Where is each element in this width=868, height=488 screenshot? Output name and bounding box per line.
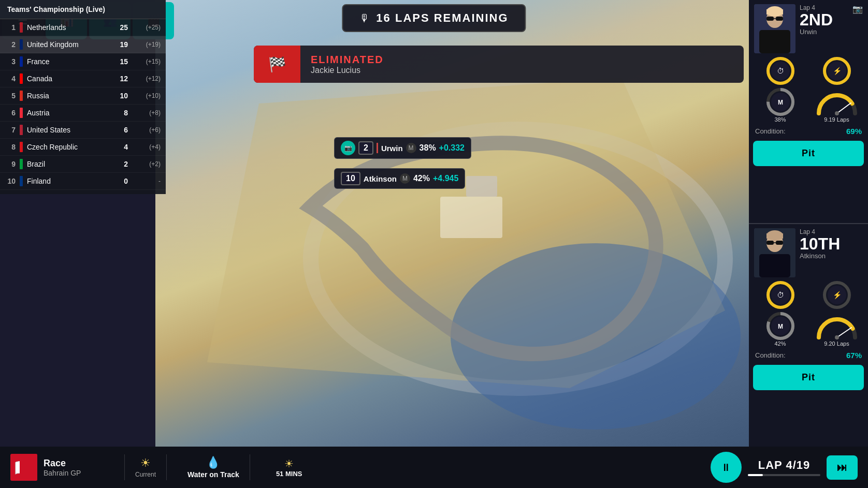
country-name: Netherlands xyxy=(27,23,108,32)
driver2-gauge3-label: 42% xyxy=(774,341,786,347)
country-name: Finland xyxy=(27,177,108,185)
svg-rect-8 xyxy=(759,30,790,53)
championship-row: 2 United Kingdom 19 (+19) xyxy=(0,36,166,53)
country-flag xyxy=(20,142,23,152)
driver1-avatar xyxy=(754,4,795,53)
driver1-name: Urwin xyxy=(381,144,403,153)
championship-row: 3 France 15 (+15) xyxy=(0,53,166,70)
laps-text: 16 LAPS REMAINING xyxy=(376,11,508,25)
country-flag xyxy=(20,73,23,84)
driver2-track-overlay: 10 Atkinson M 42% +4.945 xyxy=(334,168,465,189)
championship-panel: Teams' Championship (Live) 1 Netherlands… xyxy=(0,0,166,194)
driver2-percent: 42% xyxy=(413,174,430,183)
row-position: 5 xyxy=(5,92,16,100)
championship-points: 12 xyxy=(112,75,128,83)
championship-points: 4 xyxy=(112,143,128,151)
svg-point-27 xyxy=(835,111,839,115)
country-name: Brazil xyxy=(27,160,108,168)
championship-row: 1 Netherlands 25 (+25) xyxy=(0,19,166,36)
championship-row: 5 Russia 10 (+10) xyxy=(0,87,166,105)
laps-banner: 🎙 16 LAPS REMAINING xyxy=(342,4,526,32)
water-icon: 💧 xyxy=(206,456,220,469)
championship-row: 7 United States 6 (+6) xyxy=(0,122,166,139)
sun-icon: ☀ xyxy=(140,456,151,470)
driver1-pit-button[interactable]: Pit xyxy=(753,141,864,166)
country-flag xyxy=(20,91,23,101)
svg-rect-10 xyxy=(776,17,783,21)
microphone-icon: 🎙 xyxy=(359,12,370,24)
driver1-speed-label: 9.19 Laps xyxy=(824,116,849,123)
svg-rect-30 xyxy=(759,254,790,277)
driver2-gauge3: M 42% xyxy=(753,312,807,347)
country-flag xyxy=(20,56,23,67)
country-flag xyxy=(20,108,23,118)
driver2-condition-value: 67% xyxy=(846,351,862,360)
svg-text:⚡: ⚡ xyxy=(832,291,842,300)
bahrain-flag xyxy=(10,454,37,481)
driver2-pit-button[interactable]: Pit xyxy=(753,365,864,390)
pause-button[interactable]: ⏸ xyxy=(711,452,742,483)
water-section: 💧 Water on Track xyxy=(187,456,239,479)
driver1-camera-dot: 📷 xyxy=(341,141,355,155)
row-position: 4 xyxy=(5,75,16,83)
driver1-color-bar xyxy=(377,143,378,153)
svg-text:M: M xyxy=(778,99,783,106)
points-change: (+10) xyxy=(132,92,161,99)
driver1-stats: ⏱ ⚡ M xyxy=(749,53,868,126)
country-name: Canada xyxy=(27,75,108,83)
driver2-stats: ⏱ ⚡ M 42% xyxy=(749,277,868,350)
bottom-bar: Race Bahrain GP ☀ Current 💧 Water on Tra… xyxy=(0,447,868,488)
country-flag xyxy=(20,22,23,33)
championship-row: 9 Brazil 2 (+2) xyxy=(0,156,166,173)
driver1-condition-label: Condition: xyxy=(755,127,786,135)
camera-small-icon: 📷 xyxy=(344,144,352,152)
driver1-gauge3: M 38% xyxy=(753,87,807,123)
championship-title: Teams' Championship (Live) xyxy=(0,0,166,19)
driver1-gauge1: ⏱ xyxy=(753,56,807,85)
driver1-camera-icon: 📷 xyxy=(852,4,863,14)
driver1-info: Lap 4 2ND Urwin xyxy=(800,4,848,36)
fast-forward-button[interactable]: ⏭ xyxy=(827,455,858,480)
row-position: 6 xyxy=(5,109,16,117)
driver2-avatar xyxy=(754,228,795,277)
driver2-number: 10 xyxy=(341,172,360,185)
race-title: Race xyxy=(44,458,81,469)
eliminated-driver-name: Jackie Lucius xyxy=(311,66,384,75)
fast-forward-icon: ⏭ xyxy=(837,462,847,473)
championship-points: 25 xyxy=(112,23,128,32)
points-change: - xyxy=(132,178,161,185)
svg-rect-35 xyxy=(766,233,783,239)
eliminated-title: ELIMINATED xyxy=(311,54,384,66)
points-change: (+2) xyxy=(132,160,161,168)
country-flag xyxy=(20,176,23,186)
lap-progress-bar xyxy=(748,474,820,476)
sun2-icon: ☀ xyxy=(284,457,294,470)
lap-display: LAP 4/19 xyxy=(748,459,820,472)
separator2 xyxy=(166,454,167,480)
pause-icon: ⏸ xyxy=(721,462,731,474)
svg-point-48 xyxy=(835,335,839,339)
lap-display-container: LAP 4/19 xyxy=(748,459,820,476)
svg-rect-4 xyxy=(440,197,502,238)
points-change: (+19) xyxy=(132,41,161,48)
row-position: 1 xyxy=(5,23,16,32)
country-flag xyxy=(20,39,23,50)
country-name: United Kingdom xyxy=(27,40,108,49)
svg-rect-32 xyxy=(776,241,783,245)
driver2-name-right: Atkinson xyxy=(800,252,863,260)
country-name: Austria xyxy=(27,109,108,117)
driver1-speedometer: 9.19 Laps xyxy=(809,87,864,123)
points-change: (+6) xyxy=(132,126,161,134)
driver1-gauge2: ⚡ xyxy=(809,56,864,85)
championship-points: 8 xyxy=(112,109,128,117)
svg-rect-5 xyxy=(466,176,497,197)
points-change: (+15) xyxy=(132,58,161,65)
country-flag xyxy=(20,125,23,135)
driver1-position: 2ND xyxy=(800,11,848,28)
driver1-track-overlay: 📷 2 Urwin M 38% +0.332 xyxy=(334,137,471,159)
driver2-gauge2: ⚡ xyxy=(809,280,864,309)
driver1-gauge3-label: 38% xyxy=(774,116,786,123)
row-position: 8 xyxy=(5,143,16,151)
svg-rect-9 xyxy=(766,17,774,21)
race-subtitle: Bahrain GP xyxy=(44,469,81,477)
